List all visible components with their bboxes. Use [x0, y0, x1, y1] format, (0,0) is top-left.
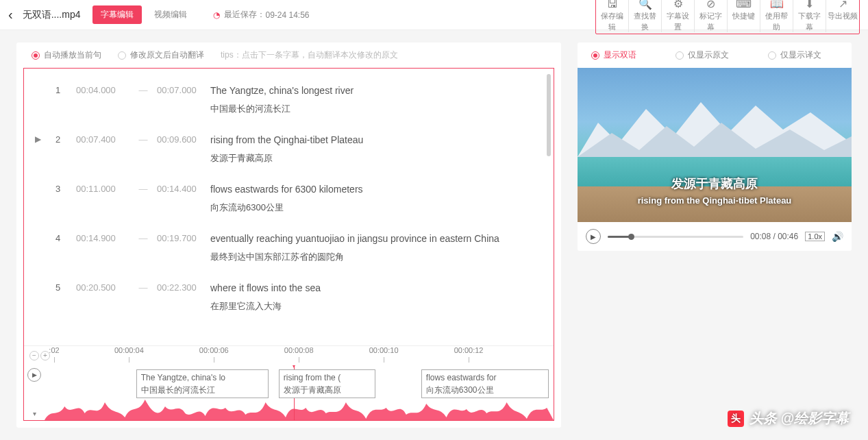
settings-icon: ⚙ — [663, 0, 693, 10]
progress-fill — [608, 236, 631, 238]
end-time[interactable]: 00:09.600 — [157, 134, 210, 145]
row-index: 5 — [55, 282, 76, 293]
subtitle-row[interactable]: 100:04.000—00:07.000The Yangtze, china's… — [35, 77, 543, 126]
tool-settings[interactable]: ⚙字幕设置 — [662, 0, 695, 32]
row-index: 3 — [55, 184, 76, 194]
progress-thumb[interactable] — [628, 234, 634, 240]
volume-icon[interactable]: 🔊 — [832, 231, 843, 242]
player-play-button[interactable]: ▶ — [586, 229, 601, 244]
tab-subtitle-edit[interactable]: 字幕编辑 — [92, 5, 142, 24]
row-index: 1 — [55, 85, 76, 95]
tag-icon: ⊘ — [696, 0, 726, 10]
subtitle-text-en[interactable]: flows eastwards for 6300 kilometers — [210, 184, 529, 195]
time-display: 00:08 / 00:46 — [750, 232, 798, 241]
playback-speed[interactable]: 1.0x — [805, 232, 825, 241]
subtitle-text-en[interactable]: eventually reaching yuantuojiao in jiang… — [210, 233, 529, 244]
start-time[interactable]: 00:04.000 — [76, 85, 129, 95]
cue-text-cn: 发源于青藏高原 — [284, 384, 371, 396]
tool-label: 下载字幕 — [795, 10, 824, 32]
zoom-controls: − + — [29, 351, 50, 360]
tool-help[interactable]: 📖使用帮助 — [760, 0, 793, 32]
tab-video-edit[interactable]: 视频编辑 — [146, 5, 195, 24]
watermark-logo-icon: 头 — [728, 411, 744, 427]
tool-export[interactable]: ↗导出视频 — [826, 0, 859, 32]
end-time[interactable]: 00:14.400 — [157, 184, 210, 194]
tool-download[interactable]: ⬇下载字幕 — [793, 0, 826, 32]
end-time[interactable]: 00:22.300 — [157, 282, 210, 293]
time-dash: — — [129, 233, 157, 243]
last-saved-label: 最近保存： — [224, 9, 265, 21]
radio-icon — [675, 51, 684, 60]
back-button[interactable]: ‹ — [8, 7, 13, 23]
start-time[interactable]: 00:14.900 — [76, 233, 129, 243]
timeline-ruler[interactable]: :0200:00:0400:00:0600:00:0800:00:1000:00… — [54, 346, 554, 365]
timeline-cue[interactable]: flows eastwards for向东流动6300公里 — [421, 369, 549, 398]
opt-show-source[interactable]: 仅显示原文 — [675, 49, 729, 61]
tool-save[interactable]: 🖫保存编辑 — [596, 0, 629, 32]
progress-bar[interactable] — [608, 236, 743, 238]
time-dash: — — [129, 134, 157, 145]
subtitle-row[interactable]: 500:20.500—00:22.300where it flows into … — [35, 274, 543, 323]
opt-show-translation[interactable]: 仅显示译文 — [768, 49, 821, 61]
download-icon: ⬇ — [795, 0, 824, 10]
toolbar: 🖫保存编辑🔍查找替换⚙字幕设置⊘标记字幕⌨快捷键📖使用帮助⬇下载字幕↗导出视频 — [595, 0, 860, 34]
tips-text: tips：点击下一条字幕，自动翻译本次修改的原文 — [221, 49, 398, 61]
zoom-out-button[interactable]: − — [29, 351, 39, 360]
last-saved-time: 09-24 14:56 — [265, 10, 309, 20]
subtitle-list[interactable]: 100:04.000—00:07.000The Yangtze, china's… — [24, 69, 554, 345]
right-panel: 显示双语 仅显示原文 仅显示译文 发源于青藏高原 rising from the… — [578, 42, 852, 428]
start-time[interactable]: 00:11.000 — [76, 184, 129, 194]
subtitle-text-cn[interactable]: 发源于青藏高原 — [210, 152, 529, 164]
last-saved: ◔ 最近保存： 09-24 14:56 — [213, 9, 309, 21]
wave-play-button[interactable]: ▶ — [27, 368, 41, 382]
subtitle-text-cn[interactable]: 在那里它流入大海 — [210, 300, 529, 313]
subtitle-row[interactable]: ▶200:07.400—00:09.600rising from the Qin… — [35, 126, 543, 175]
timeline-zone: − + :0200:00:0400:00:0600:00:0800:00:100… — [24, 345, 554, 420]
tool-find[interactable]: 🔍查找替换 — [629, 0, 662, 32]
options-row: 自动播放当前句 修改原文后自动翻译 tips：点击下一条字幕，自动翻译本次修改的… — [16, 42, 561, 68]
start-time[interactable]: 00:07.400 — [76, 134, 129, 145]
timeline-cue[interactable]: The Yangtze, china's lo中国最长的河流长江 — [136, 369, 269, 398]
tool-keyboard[interactable]: ⌨快捷键 — [728, 0, 760, 32]
timeline-cue[interactable]: rising from the (发源于青藏高原 — [279, 369, 375, 398]
waveform-row: ▶ ▾ The Yangtze, china's lo中国最长的河流长江risi… — [24, 365, 554, 420]
cue-text-cn: 向东流动6300公里 — [426, 384, 544, 396]
scrollbar[interactable] — [547, 74, 551, 156]
tool-tag[interactable]: ⊘标记字幕 — [695, 0, 728, 32]
start-time[interactable]: 00:20.500 — [76, 282, 129, 293]
tool-label: 导出视频 — [828, 10, 858, 21]
radio-icon — [118, 51, 126, 60]
subtitle-text-en[interactable]: where it flows into the sea — [210, 282, 529, 293]
player-controls: ▶ 00:08 / 00:46 1.0x 🔊 — [578, 222, 852, 251]
cue-text-en: flows eastwards for — [426, 371, 544, 384]
subtitle-text-en[interactable]: rising from the Qinghai-tibet Plateau — [210, 134, 529, 145]
opt-autotranslate[interactable]: 修改原文后自动翻译 — [118, 49, 204, 61]
wave-dropdown-button[interactable]: ▾ — [33, 410, 36, 417]
watermark: 头 头条 @绘影字幕 — [728, 409, 849, 428]
end-time[interactable]: 00:07.000 — [157, 85, 210, 95]
cue-text-en: rising from the ( — [284, 371, 371, 384]
subtitle-text-cn[interactable]: 最终到达中国东部江苏省的圆陀角 — [210, 251, 529, 263]
cue-text-cn: 中国最长的河流长江 — [141, 384, 264, 396]
keyboard-icon: ⌨ — [729, 0, 758, 10]
subtitle-text-en[interactable]: The Yangtze, china's longest river — [210, 85, 529, 96]
tool-label: 查找替换 — [630, 10, 660, 32]
tool-label: 保存编辑 — [597, 10, 627, 32]
file-name: 无双语....mp4 — [23, 9, 81, 21]
subtitle-text-cn[interactable]: 中国最长的河流长江 — [210, 103, 529, 115]
opt-show-bilingual[interactable]: 显示双语 — [591, 49, 636, 61]
subtitle-box: 100:04.000—00:07.000The Yangtze, china's… — [23, 68, 554, 421]
preview-subtitle-cn: 发源于青藏高原 — [578, 175, 852, 192]
cue-text-en: The Yangtze, china's lo — [141, 371, 264, 384]
opt-autoplay[interactable]: 自动播放当前句 — [32, 49, 101, 61]
row-index: 4 — [55, 233, 76, 243]
subtitle-row[interactable]: 300:11.000—00:14.400flows eastwards for … — [35, 175, 543, 225]
video-preview[interactable]: 发源于青藏高原 rising from the Qinghai-tibet Pl… — [578, 68, 852, 222]
subtitle-text-cn[interactable]: 向东流动6300公里 — [210, 201, 529, 214]
watermark-text: 头条 @绘影字幕 — [749, 409, 849, 428]
waveform-track[interactable]: The Yangtze, china's lo中国最长的河流长江rising f… — [45, 365, 554, 420]
subtitle-row[interactable]: 400:14.900—00:19.700eventually reaching … — [35, 225, 543, 274]
top-bar: ‹ 无双语....mp4 字幕编辑 视频编辑 ◔ 最近保存： 09-24 14:… — [0, 0, 868, 30]
end-time[interactable]: 00:19.700 — [157, 233, 210, 243]
preview-subtitle-en: rising from the Qinghai-tibet Plateau — [578, 195, 852, 206]
